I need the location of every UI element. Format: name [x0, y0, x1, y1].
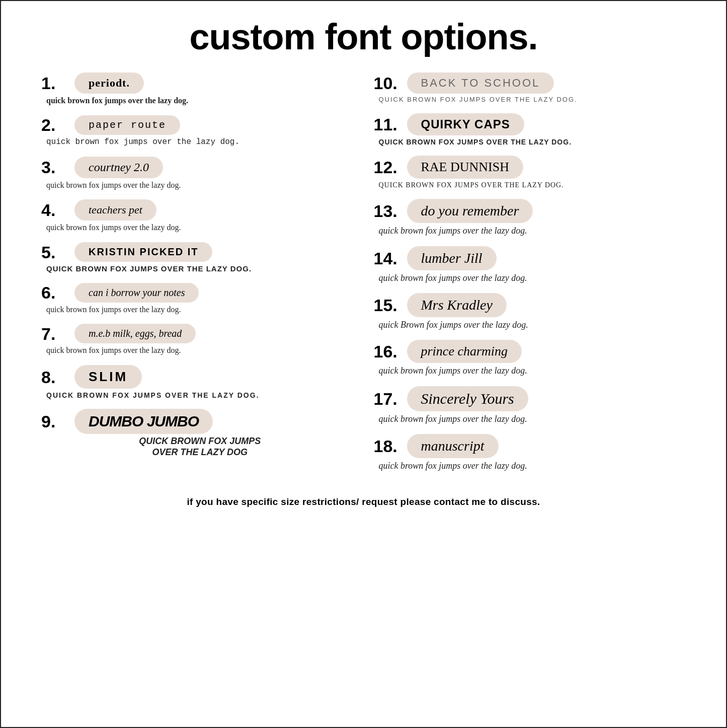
font-number: 11.: [374, 116, 399, 133]
font-number: 6.: [41, 284, 66, 301]
font-badge: prince charming: [407, 340, 522, 363]
font-badge: QUIRKY CAPS: [407, 113, 524, 135]
font-entry: 8.SLIMQUICK BROWN FOX JUMPS OVER THE LAZ…: [41, 365, 354, 400]
font-name: Mrs Kradley: [421, 297, 493, 313]
font-number: 14.: [374, 250, 399, 267]
font-number: 1.: [41, 75, 66, 92]
font-sample: QUICK BROWN FOX JUMPS OVER THE LAZY DOG.: [46, 391, 354, 400]
font-name: manuscript: [421, 438, 484, 454]
font-entry: 15.Mrs Kradleyquick Brown fox jumps over…: [374, 293, 686, 331]
font-number: 18.: [374, 438, 399, 455]
font-number: 4.: [41, 201, 66, 219]
font-entry: 12.RAE DUNNISHQUICK BROWN FOX JUMPS OVER…: [374, 156, 686, 190]
font-entry: 14.lumber Jillquick brown fox jumps over…: [374, 246, 686, 284]
fonts-grid: 1.periodt.quick brown fox jumps over the…: [21, 72, 706, 481]
font-badge: RAE DUNNISH: [407, 156, 524, 179]
font-number: 12.: [374, 159, 399, 176]
font-badge: KRISTIN PICKED IT: [74, 242, 212, 262]
font-sample: QUICK BROWN FOX JUMPS OVER THE LAZY DOG.: [379, 137, 686, 147]
font-name: KRISTIN PICKED IT: [89, 246, 198, 257]
font-name: can i borrow your notes: [89, 287, 185, 298]
font-badge: paper route: [74, 115, 180, 135]
font-name: lumber Jill: [421, 250, 482, 266]
footer-text: if you have specific size restrictions/ …: [21, 496, 706, 507]
font-name: do you remember: [421, 203, 519, 219]
font-entry: 11.QUIRKY CAPSQUICK BROWN FOX JUMPS OVER…: [374, 113, 686, 147]
font-sample: quick brown fox jumps over the lazy dog.: [46, 180, 354, 191]
font-entry: 2.paper routequick brown fox jumps over …: [41, 115, 354, 148]
font-badge: courtney 2.0: [74, 157, 163, 178]
font-badge: Mrs Kradley: [407, 293, 507, 317]
font-sample: quick brown fox jumps over the lazy dog.: [379, 225, 686, 237]
font-sample: quick brown fox jumps over the lazy dog.: [379, 413, 686, 425]
font-badge: do you remember: [407, 199, 533, 223]
font-sample: quick brown fox jumps over the lazy dog.: [379, 460, 686, 472]
font-badge: periodt.: [74, 72, 144, 94]
font-sample: quick brown fox jumps over the lazy dog.: [46, 137, 354, 148]
font-entry: 7.m.e.b milk, eggs, breadquick brown fox…: [41, 324, 354, 356]
font-name: teachers pet: [89, 203, 142, 216]
font-number: 9.: [41, 413, 66, 430]
font-number: 17.: [374, 390, 399, 407]
font-badge: manuscript: [407, 434, 499, 458]
font-badge: BACK TO SCHOOL: [407, 72, 554, 94]
font-number: 5.: [41, 244, 66, 261]
font-entry: 3.courtney 2.0quick brown fox jumps over…: [41, 157, 354, 191]
font-sample: quick brown fox jumps over the lazy dog.: [46, 345, 354, 356]
font-number: 15.: [374, 297, 399, 314]
font-number: 16.: [374, 343, 399, 360]
font-entry: 6.can i borrow your notesquick brown fox…: [41, 283, 354, 315]
font-badge: m.e.b milk, eggs, bread: [74, 324, 196, 343]
font-sample: QUICK BROWN FOX JUMPS OVER THE LAZY DOG.: [379, 96, 686, 104]
font-entry: 17.Sincerely Yoursquick brown fox jumps …: [374, 386, 686, 425]
font-entry: 9.DUMBO JUMBOQUICK BROWN FOX JUMPSOVER T…: [41, 409, 354, 458]
font-name: periodt.: [89, 77, 130, 89]
font-entry: 10.BACK TO SCHOOLQUICK BROWN FOX JUMPS O…: [374, 72, 686, 104]
font-number: 7.: [41, 325, 66, 342]
font-number: 3.: [41, 159, 66, 176]
font-entry: 1.periodt.quick brown fox jumps over the…: [41, 72, 354, 106]
font-sample: quick brown fox jumps over the lazy dog.: [379, 365, 686, 377]
font-name: prince charming: [421, 344, 508, 358]
font-sample: quick brown fox jumps over the lazy dog.: [46, 223, 354, 233]
font-name: m.e.b milk, eggs, bread: [89, 328, 182, 339]
left-column: 1.periodt.quick brown fox jumps over the…: [41, 72, 354, 481]
font-number: 13.: [374, 202, 399, 220]
font-badge: Sincerely Yours: [407, 386, 528, 411]
font-entry: 16.prince charmingquick brown fox jumps …: [374, 340, 686, 377]
font-entry: 4.teachers petquick brown fox jumps over…: [41, 199, 354, 233]
font-entry: 18.manuscriptquick brown fox jumps over …: [374, 434, 686, 472]
font-badge: can i borrow your notes: [74, 283, 199, 303]
font-number: 2.: [41, 116, 66, 133]
font-name: paper route: [89, 119, 166, 131]
font-entry: 13.do you rememberquick brown fox jumps …: [374, 199, 686, 237]
font-number: 10.: [374, 75, 399, 92]
font-badge: DUMBO JUMBO: [74, 409, 213, 434]
font-name: Sincerely Yours: [421, 390, 514, 407]
font-name: courtney 2.0: [89, 161, 149, 174]
font-sample: QUICK BROWN FOX JUMPSOVER THE LAZY DOG: [46, 436, 354, 458]
font-sample: quick brown fox jumps over the lazy dog.: [46, 96, 354, 106]
font-sample: quick brown fox jumps over the lazy dog.: [46, 305, 354, 315]
font-badge: lumber Jill: [407, 246, 497, 270]
font-name: SLIM: [89, 369, 128, 384]
page-title: custom font options.: [21, 16, 706, 57]
font-badge: teachers pet: [74, 199, 156, 221]
font-entry: 5.KRISTIN PICKED ITQUICK BROWN FOX JUMPS…: [41, 242, 354, 274]
font-sample: QUICK BROWN FOX JUMPS OVER THE LAZY DOG.: [46, 264, 354, 274]
right-column: 10.BACK TO SCHOOLQUICK BROWN FOX JUMPS O…: [374, 72, 686, 481]
font-sample: quick brown fox jumps over the lazy dog.: [379, 272, 686, 284]
font-name: QUIRKY CAPS: [421, 117, 510, 131]
font-name: RAE DUNNISH: [421, 160, 510, 174]
font-name: BACK TO SCHOOL: [421, 77, 540, 89]
font-number: 8.: [41, 369, 66, 386]
font-badge: SLIM: [74, 365, 142, 389]
font-name: DUMBO JUMBO: [89, 413, 199, 429]
font-sample: quick Brown fox jumps over the lazy dog.: [379, 319, 686, 331]
font-sample: QUICK BROWN FOX JUMPS OVER THE LAZY DOG.: [379, 181, 686, 190]
